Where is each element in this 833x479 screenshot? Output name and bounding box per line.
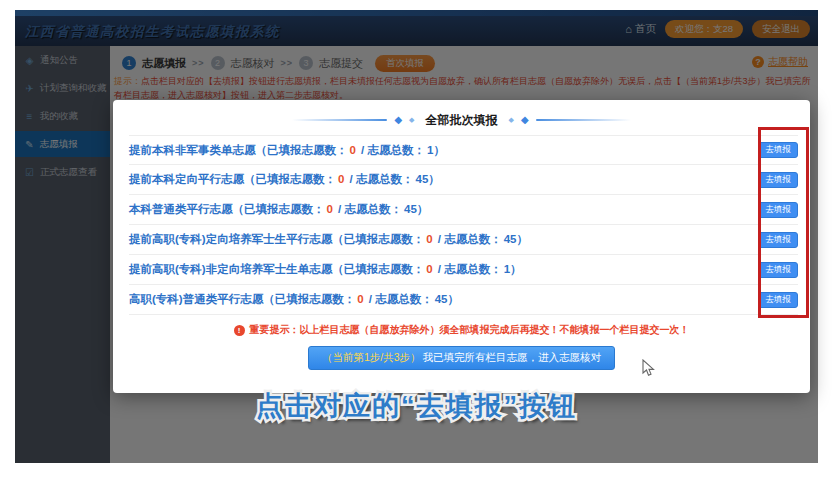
batch-row: 提前高职(专科)非定向培养军士生单志愿（已填报志愿数：0 / 志愿总数：1） 去… <box>129 255 798 285</box>
batch-fill-modal: ◆ ◆ 全部批次填报 ◆ ◆ 提前本科非军事类单志愿（已填报志愿数：0 / 志愿… <box>113 100 810 393</box>
batch-row: 提前本科非军事类单志愿（已填报志愿数：0 / 志愿总数：1） 去填报 <box>129 135 798 165</box>
batch-row-text: 高职(专科)普通类平行志愿（已填报志愿数：0 / 志愿总数：45） <box>129 292 459 307</box>
modal-title: 全部批次填报 <box>426 112 498 129</box>
diamond-icon: ◆ <box>521 115 529 125</box>
filled-count: 0 <box>424 263 434 275</box>
diamond-icon: ◆ <box>394 115 402 125</box>
total-count: 45 <box>414 173 429 185</box>
batch-row: 本科普通类平行志愿（已填报志愿数：0 / 志愿总数：45） 去填报 <box>129 195 798 225</box>
proceed-label: 我已填完所有栏目志愿，进入志愿核对 <box>423 351 602 365</box>
modal-title-row: ◆ ◆ 全部批次填报 ◆ ◆ <box>113 111 810 129</box>
title-decoration-line-right <box>536 119 631 121</box>
mouse-cursor <box>639 359 657 377</box>
proceed-to-check-button[interactable]: （当前第1步/共3步） 我已填完所有栏目志愿，进入志愿核对 <box>308 346 615 370</box>
warning-text: 重要提示：以上栏目志愿（自愿放弃除外）须全部填报完成后再提交！不能填报一个栏目提… <box>250 323 690 337</box>
batch-row: 高职(专科)普通类平行志愿（已填报志愿数：0 / 志愿总数：45） 去填报 <box>129 285 798 315</box>
caption-text: 点击对应的“去填报”按钮 <box>256 391 577 421</box>
batch-row: 提前本科定向平行志愿（已填报志愿数：0 / 志愿总数：45） 去填报 <box>129 165 798 195</box>
batch-list: 提前本科非军事类单志愿（已填报志愿数：0 / 志愿总数：1） 去填报 提前本科定… <box>129 135 798 315</box>
batch-row: 提前高职(专科)定向培养军士生平行志愿（已填报志愿数：0 / 志愿总数：45） … <box>129 225 798 255</box>
filled-count: 0 <box>325 203 335 215</box>
filled-count: 0 <box>348 144 358 156</box>
submit-row: （当前第1步/共3步） 我已填完所有栏目志愿，进入志愿核对 <box>113 346 810 370</box>
alert-icon: ! <box>234 325 245 336</box>
filled-count: 0 <box>355 293 365 305</box>
total-count: 45 <box>433 293 448 305</box>
tutorial-caption: 点击对应的“去填报”按钮 点击对应的“去填报”按钮 <box>15 390 818 422</box>
diamond-icon: ◆ <box>409 115 414 125</box>
filled-count: 0 <box>424 233 434 245</box>
batch-row-text: 提前高职(专科)非定向培养军士生单志愿（已填报志愿数：0 / 志愿总数：1） <box>129 262 522 277</box>
important-warning: ! 重要提示：以上栏目志愿（自愿放弃除外）须全部填报完成后再提交！不能填报一个栏… <box>113 323 810 337</box>
batch-row-text: 提前本科定向平行志愿（已填报志愿数：0 / 志愿总数：45） <box>129 172 440 187</box>
highlight-annotation-rect <box>758 127 809 318</box>
total-count: 45 <box>502 233 517 245</box>
total-count: 1 <box>502 263 510 275</box>
filled-count: 0 <box>336 173 346 185</box>
diamond-icon: ◆ <box>509 115 514 125</box>
screen: 江西省普通高校招生考试志愿填报系统 ⌂ 首页 欢迎您：支28 安全退出 ◈ 通知… <box>0 0 833 479</box>
title-decoration-line-left <box>292 119 387 121</box>
batch-row-text: 提前本科非军事类单志愿（已填报志愿数：0 / 志愿总数：1） <box>129 143 445 158</box>
batch-row-text: 本科普通类平行志愿（已填报志愿数：0 / 志愿总数：45） <box>129 202 428 217</box>
app-window: 江西省普通高校招生考试志愿填报系统 ⌂ 首页 欢迎您：支28 安全退出 ◈ 通知… <box>15 10 818 463</box>
total-count: 45 <box>402 203 417 215</box>
step-progress-label: （当前第1步/共3步） <box>322 351 421 365</box>
batch-row-text: 提前高职(专科)定向培养军士生平行志愿（已填报志愿数：0 / 志愿总数：45） <box>129 232 528 247</box>
